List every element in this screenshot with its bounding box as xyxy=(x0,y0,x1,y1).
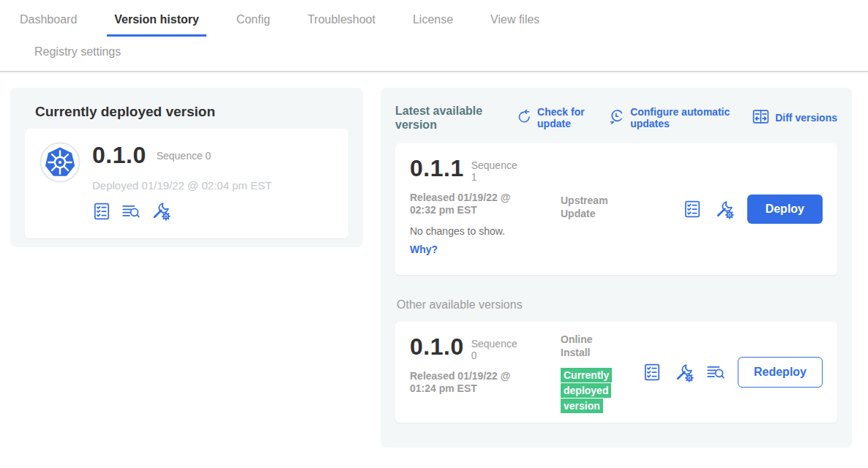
check-for-update-label: Check for update xyxy=(537,106,590,129)
tab-version-history[interactable]: Version history xyxy=(107,7,206,37)
latest-version-number: 0.1.1 xyxy=(410,155,464,182)
tab-troubleshoot[interactable]: Troubleshoot xyxy=(300,7,383,37)
latest-version-card: 0.1.1 Sequence 1 Released 01/19/22 @ 02:… xyxy=(395,143,837,275)
other-available-versions-title: Other available versions xyxy=(395,298,837,312)
configure-automatic-updates-link[interactable]: Configure automatic updates xyxy=(607,106,734,129)
latest-version-info: 0.1.1 Sequence 1 Released 01/19/22 @ 02:… xyxy=(410,155,549,255)
status-badge: Currently deployed version xyxy=(561,368,612,413)
nav-row-2: Registry settings xyxy=(0,37,868,64)
edit-config-icon[interactable] xyxy=(674,363,694,382)
diff-icon xyxy=(752,107,770,129)
tab-config[interactable]: Config xyxy=(229,7,277,37)
deployed-sequence-label: Sequence 0 xyxy=(157,150,212,162)
preflight-checks-icon[interactable] xyxy=(92,202,111,221)
kubernetes-logo-icon xyxy=(40,142,81,183)
online-install-label: Online Install xyxy=(561,333,619,359)
other-version-number: 0.1.0 xyxy=(410,333,464,361)
other-sequence-label: Sequence 0 xyxy=(471,338,523,361)
tab-dashboard[interactable]: Dashboard xyxy=(12,7,84,37)
available-versions-header: Latest available version Check for updat… xyxy=(395,102,837,133)
auto-update-icon xyxy=(607,107,625,128)
other-released-timestamp: Released 01/19/22 @ 01:24 pm EST xyxy=(410,370,527,396)
redeploy-button[interactable]: Redeploy xyxy=(738,357,823,388)
no-changes-text: No changes to show. xyxy=(410,225,549,237)
deployed-timestamp: Deployed 01/19/22 @ 02:04 pm EST xyxy=(92,179,272,192)
currently-deployed-panel: Currently deployed version 0.1.0 Sequenc… xyxy=(10,88,363,247)
preflight-checks-icon[interactable] xyxy=(643,363,662,382)
view-logs-icon[interactable] xyxy=(706,363,725,382)
latest-version-actions: Deploy xyxy=(683,195,823,224)
other-version-card: 0.1.0 Sequence 0 Released 01/19/22 @ 01:… xyxy=(395,322,837,423)
other-version-info: 0.1.0 Sequence 0 Released 01/19/22 @ 01:… xyxy=(410,333,549,395)
configure-automatic-updates-label: Configure automatic updates xyxy=(630,106,734,129)
latest-version-source: Upstream Update xyxy=(561,195,641,220)
tab-registry-settings[interactable]: Registry settings xyxy=(27,39,128,64)
latest-sequence-label: Sequence 1 xyxy=(471,159,523,183)
diff-versions-label: Diff versions xyxy=(775,112,837,124)
deployed-version-number: 0.1.0 xyxy=(92,142,146,169)
tab-license[interactable]: License xyxy=(405,7,460,37)
latest-available-title: Latest available version xyxy=(395,104,498,132)
nav-row-1: Dashboard Version history Config Trouble… xyxy=(0,0,868,37)
view-logs-icon[interactable] xyxy=(121,202,141,221)
deployed-version-details: 0.1.0 Sequence 0 Deployed 01/19/22 @ 02:… xyxy=(92,142,272,225)
deployed-version-card: 0.1.0 Sequence 0 Deployed 01/19/22 @ 02:… xyxy=(25,129,348,238)
currently-deployed-badge-wrap: Currently deployed version xyxy=(561,368,619,414)
latest-released-timestamp: Released 01/19/22 @ 02:32 pm EST xyxy=(410,192,527,217)
edit-config-icon[interactable] xyxy=(714,200,734,219)
top-navigation: Dashboard Version history Config Trouble… xyxy=(0,0,868,72)
upstream-update-label: Upstream Update xyxy=(561,195,619,220)
why-link[interactable]: Why? xyxy=(410,244,438,255)
diff-versions-link[interactable]: Diff versions xyxy=(752,107,837,129)
check-for-update-link[interactable]: Check for update xyxy=(515,106,590,129)
available-versions-panel: Latest available version Check for updat… xyxy=(381,88,852,448)
preflight-checks-icon[interactable] xyxy=(683,200,702,219)
deploy-button[interactable]: Deploy xyxy=(747,195,823,224)
edit-config-icon[interactable] xyxy=(151,201,171,221)
refresh-icon xyxy=(515,108,532,128)
other-version-actions: Redeploy xyxy=(643,357,823,388)
other-version-source: Online Install Currently deployed versio… xyxy=(561,333,641,414)
tab-view-files[interactable]: View files xyxy=(483,7,547,37)
currently-deployed-title: Currently deployed version xyxy=(25,104,348,120)
